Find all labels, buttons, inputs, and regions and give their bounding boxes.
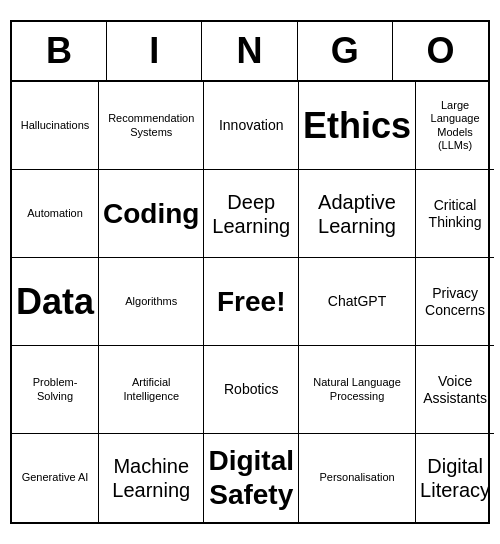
bingo-cell: Digital Safety bbox=[204, 434, 299, 522]
bingo-cell: Voice Assistants bbox=[416, 346, 494, 434]
bingo-cell: ChatGPT bbox=[299, 258, 416, 346]
bingo-cell: Algorithms bbox=[99, 258, 204, 346]
header-letter: I bbox=[107, 22, 202, 80]
bingo-cell: Digital Literacy bbox=[416, 434, 494, 522]
bingo-cell: Deep Learning bbox=[204, 170, 299, 258]
header-letter: N bbox=[202, 22, 297, 80]
bingo-cell: Personalisation bbox=[299, 434, 416, 522]
bingo-cell: Problem-Solving bbox=[12, 346, 99, 434]
bingo-cell: Artificial Intelligence bbox=[99, 346, 204, 434]
header-letter: G bbox=[298, 22, 393, 80]
bingo-grid: HallucinationsRecommendation SystemsInno… bbox=[12, 82, 488, 522]
bingo-cell: Robotics bbox=[204, 346, 299, 434]
bingo-cell: Ethics bbox=[299, 82, 416, 170]
bingo-cell: Privacy Concerns bbox=[416, 258, 494, 346]
bingo-card: BINGO HallucinationsRecommendation Syste… bbox=[10, 20, 490, 524]
header-letter: B bbox=[12, 22, 107, 80]
bingo-cell: Critical Thinking bbox=[416, 170, 494, 258]
bingo-cell: Free! bbox=[204, 258, 299, 346]
bingo-cell: Innovation bbox=[204, 82, 299, 170]
bingo-cell: Data bbox=[12, 258, 99, 346]
bingo-cell: Generative AI bbox=[12, 434, 99, 522]
bingo-cell: Hallucinations bbox=[12, 82, 99, 170]
bingo-cell: Machine Learning bbox=[99, 434, 204, 522]
header-letter: O bbox=[393, 22, 488, 80]
bingo-cell: Natural Language Processing bbox=[299, 346, 416, 434]
bingo-header: BINGO bbox=[12, 22, 488, 82]
bingo-cell: Adaptive Learning bbox=[299, 170, 416, 258]
bingo-cell: Automation bbox=[12, 170, 99, 258]
bingo-cell: Coding bbox=[99, 170, 204, 258]
bingo-cell: Large Language Models (LLMs) bbox=[416, 82, 494, 170]
bingo-cell: Recommendation Systems bbox=[99, 82, 204, 170]
